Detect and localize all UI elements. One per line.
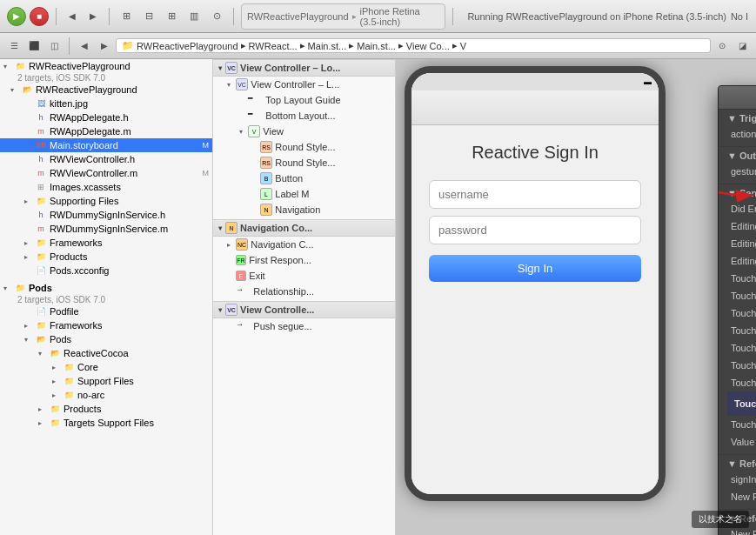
gesture-row[interactable]: gestureRecognizers bbox=[727, 163, 756, 180]
folder-icon-fw: 📁 bbox=[35, 237, 47, 249]
scheme-arrow: ▸ bbox=[352, 12, 357, 21]
bc-arrow4: ▸ bbox=[398, 40, 404, 51]
signin-button-row[interactable]: signInButton ✕ View Controller – Login bbox=[727, 471, 756, 488]
pods-frameworks[interactable]: ▸ 📁 Frameworks bbox=[0, 318, 212, 332]
nav-item-kitten[interactable]: ▸ 🖼 kitten.jpg bbox=[0, 97, 212, 110]
nav-item-appdelegate-m[interactable]: ▸ m RWAppDelegate.m bbox=[0, 124, 212, 138]
outline-section-1[interactable]: ▾ VC View Controller – Lo... bbox=[213, 59, 395, 77]
outline-rel-label: Relationship... bbox=[253, 286, 314, 297]
toolbar-icon-5[interactable]: ⊙ bbox=[207, 7, 226, 26]
value-changed-row[interactable]: Value Changed bbox=[727, 433, 756, 451]
nav-item-dummysignin-m[interactable]: ▸ m RWDummySignInService.m bbox=[0, 222, 212, 236]
nav-item-assets[interactable]: ▸ ⊞ Images.xcassets bbox=[0, 180, 212, 194]
back-nav[interactable]: ◀ bbox=[76, 37, 93, 55]
assets-icon: ⊞ bbox=[35, 181, 47, 193]
touch-up-outside-row[interactable]: Touch Up Outside bbox=[727, 416, 756, 433]
outline-item-roundstyle2[interactable]: ▸ RS Round Style... bbox=[213, 155, 395, 171]
outline-section-3[interactable]: ▾ VC View Controlle... bbox=[213, 301, 395, 318]
outline-item-pushsegue[interactable]: ▸ → Push segue... bbox=[213, 318, 395, 334]
outline-bottomlayout-label: Bottom Layout... bbox=[265, 110, 335, 121]
pods-podfile[interactable]: ▸ 📄 Podfile bbox=[0, 304, 212, 318]
file-breadcrumb[interactable]: 📁 RWReactivePlayground ▸ RWReact... ▸ Ma… bbox=[116, 38, 711, 53]
outline-item-label[interactable]: ▸ L Label M bbox=[213, 186, 395, 202]
nav-icon-c: NC bbox=[236, 238, 248, 251]
action-row[interactable]: action bbox=[727, 125, 756, 143]
nav-item-frameworks[interactable]: ▸ 📁 Frameworks bbox=[0, 236, 212, 250]
scheme-breadcrumb[interactable]: RWReactivePlayground ▸ iPhone Retina (3.… bbox=[241, 3, 445, 30]
toolbar-icon-3[interactable]: ⊞ bbox=[162, 7, 181, 26]
outline-exit-label: Exit bbox=[249, 271, 264, 281]
touch-down-repeat-label: Touch Down Repeat bbox=[727, 308, 756, 318]
assistant-toggle[interactable]: ◫ bbox=[45, 37, 63, 55]
outline-item-bottomlayout[interactable]: ▸ ━ Bottom Layout... bbox=[213, 108, 395, 124]
referencing-outlets-section: ▼ Referencing Outlets signInButton ✕ Vie… bbox=[719, 455, 756, 510]
pods-reactivecocoa[interactable]: ▾ 📂 ReactiveCocoa bbox=[0, 346, 212, 360]
nav-item-dummysignin-h[interactable]: ▸ h RWDummySignInService.h bbox=[0, 208, 212, 222]
back-button[interactable]: ◀ bbox=[64, 8, 81, 25]
nav-item-products[interactable]: ▸ 📁 Products bbox=[0, 250, 212, 264]
editing-did-begin-row[interactable]: Editing Did Begin bbox=[727, 235, 756, 252]
nav-item-rwreactive[interactable]: ▾ 📂 RWReactivePlayground bbox=[0, 83, 212, 97]
editing-changed-row[interactable]: Editing Changed bbox=[727, 217, 756, 235]
outline-item-firstresponder[interactable]: ▸ FR First Respon... bbox=[213, 252, 395, 268]
debug-toggle[interactable]: ⬛ bbox=[25, 37, 43, 55]
touch-drag-outside-row[interactable]: Touch Drag Outside bbox=[727, 374, 756, 391]
outline-item-navigation[interactable]: ▸ N Navigation bbox=[213, 202, 395, 217]
outline-section-2[interactable]: ▾ N Navigation Co... bbox=[213, 219, 395, 237]
outline-item-roundstyle1[interactable]: ▸ RS Round Style... bbox=[213, 139, 395, 155]
pods-noarc[interactable]: ▸ 📁 no-arc bbox=[0, 388, 212, 402]
touch-up-inside-row[interactable]: Touch Up Inside ✕ View Controller – Logi… bbox=[727, 391, 756, 416]
touch-drag-enter-row[interactable]: Touch Drag Enter bbox=[727, 322, 756, 339]
toolbar-icon-2[interactable]: ⊟ bbox=[139, 7, 158, 26]
pods-root[interactable]: ▾ 📁 Pods bbox=[0, 281, 212, 295]
outline-item-vc-l[interactable]: ▾ VC View Controller – L... bbox=[213, 77, 395, 92]
touch-up-outside-label: Touch Up Outside bbox=[727, 419, 756, 430]
touch-cancel-row[interactable]: Touch Cancel bbox=[727, 270, 756, 287]
outline-item-view[interactable]: ▾ V View bbox=[213, 124, 395, 139]
toolbar-icon-4[interactable]: ▥ bbox=[184, 7, 204, 26]
outline-item-relationship[interactable]: ▸ → Relationship... bbox=[213, 284, 395, 299]
pods-supportfiles[interactable]: ▸ 📁 Support Files bbox=[0, 374, 212, 388]
username-input[interactable] bbox=[429, 180, 641, 209]
outline-toplayout-label: Top Layout Guide bbox=[265, 95, 340, 105]
did-end-on-exit-row[interactable]: Did End On Exit bbox=[727, 200, 756, 217]
toolbar-icon-1[interactable]: ⊞ bbox=[117, 7, 136, 26]
password-input[interactable] bbox=[429, 216, 641, 244]
nav-item-appdelegate-h[interactable]: ▸ h RWAppDelegate.h bbox=[0, 110, 212, 124]
main-toolbar: ▶ ■ ◀ ▶ ⊞ ⊟ ⊞ ▥ ⊙ RWReactivePlayground ▸… bbox=[0, 0, 756, 33]
libraries-toggle[interactable]: ◪ bbox=[733, 37, 751, 55]
new-referencing-outlet-row[interactable]: New Referencing Outlet bbox=[727, 488, 756, 505]
touch-down-row[interactable]: Touch Down bbox=[727, 287, 756, 304]
inspector-toggle[interactable]: ⊙ bbox=[713, 37, 731, 55]
outline-push-label: Push segue... bbox=[253, 321, 311, 331]
iphone-screen-mockup: ▬ Reactive Sign In Sign In bbox=[405, 66, 666, 501]
action-label: action bbox=[727, 129, 756, 139]
bc-2: RWReact... bbox=[249, 41, 298, 51]
pods-pods[interactable]: ▾ 📂 Pods bbox=[0, 332, 212, 346]
signin-button[interactable]: Sign In bbox=[429, 255, 641, 282]
touch-down-repeat-row[interactable]: Touch Down Repeat bbox=[727, 304, 756, 322]
fwd-nav[interactable]: ▶ bbox=[96, 37, 113, 55]
nav-item-supporting[interactable]: ▸ 📁 Supporting Files bbox=[0, 194, 212, 208]
outline-item-navc[interactable]: ▸ NC Navigation C... bbox=[213, 237, 395, 252]
nav-item-xcconfig[interactable]: ▸ 📄 Pods.xcconfig bbox=[0, 264, 212, 278]
outline-item-exit[interactable]: ▸ E Exit bbox=[213, 268, 395, 284]
outline-item-button[interactable]: ▸ B Button bbox=[213, 171, 395, 186]
segue-icon: → bbox=[236, 320, 248, 332]
nav-item-vc-m[interactable]: ▸ m RWViewController.m M bbox=[0, 166, 212, 180]
nav-item-vc-h[interactable]: ▸ h RWViewController.h bbox=[0, 152, 212, 166]
project-root[interactable]: ▾ 📁 RWReactivePlayground bbox=[0, 59, 212, 73]
outline-item-toplayout[interactable]: ▸ ━ Top Layout Guide bbox=[213, 92, 395, 108]
run-button[interactable]: ▶ bbox=[7, 7, 26, 26]
pods-core[interactable]: ▸ 📁 Core bbox=[0, 360, 212, 374]
navigator-toggle[interactable]: ☰ bbox=[5, 37, 23, 55]
editing-did-end-row[interactable]: Editing Did End bbox=[727, 252, 756, 270]
pods-products2[interactable]: ▸ 📁 Products bbox=[0, 402, 212, 416]
stop-button[interactable]: ■ bbox=[30, 7, 49, 26]
forward-button[interactable]: ▶ bbox=[84, 8, 102, 25]
touch-drag-exit-row[interactable]: Touch Drag Exit bbox=[727, 339, 756, 357]
touch-drag-inside-row[interactable]: Touch Drag Inside bbox=[727, 357, 756, 374]
nav-item-mainstoryboard[interactable]: ▸ SB Main.storyboard M bbox=[0, 138, 212, 152]
pods-targets[interactable]: ▸ 📁 Targets Support Files bbox=[0, 416, 212, 430]
nav-label-appdelegate-h: RWAppDelegate.h bbox=[50, 112, 129, 123]
